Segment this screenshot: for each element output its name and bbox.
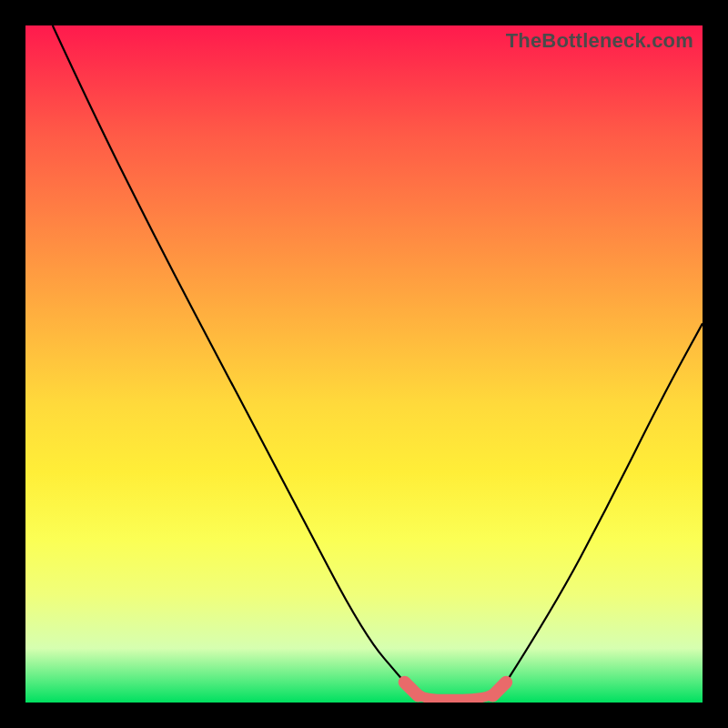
left-branch-line [53,25,405,682]
plot-area: TheBottleneck.com [25,25,703,703]
valley-cap-left [405,682,419,696]
valley-cap-right [492,682,506,696]
chart-frame: TheBottleneck.com [0,0,728,728]
right-branch-line [506,323,703,682]
curve-svg [25,25,703,703]
